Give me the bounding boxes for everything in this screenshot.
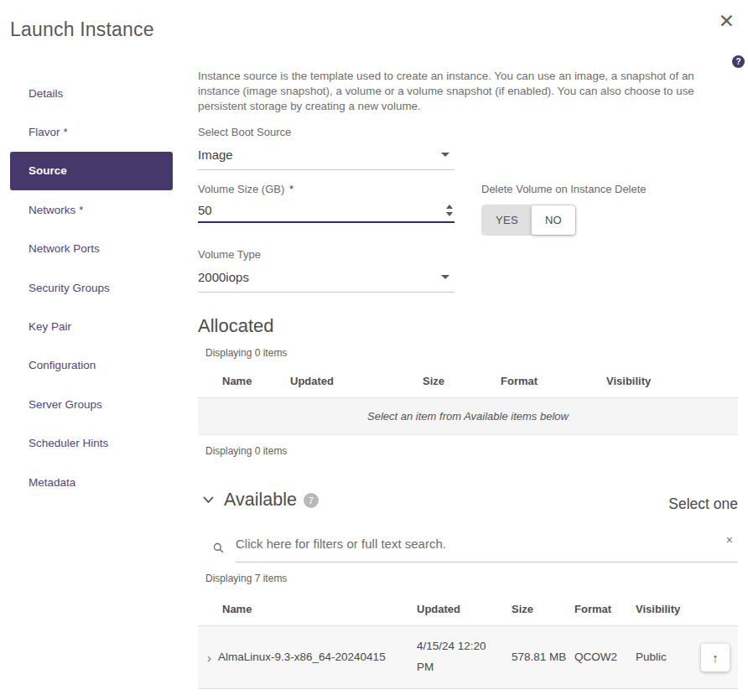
volume-size-field [198,195,455,223]
required-mark: * [79,204,83,216]
delete-volume-label: Delete Volume on Instance Delete [481,183,647,195]
search-icon [213,542,224,553]
column-header-name: Name [198,592,417,626]
filter-search-bar: × [198,533,738,563]
launch-instance-dialog: Launch Instance ✕ ? Details Flavor * Sou… [0,0,748,700]
chevron-down-icon [441,275,449,279]
stepper-up-icon[interactable] [446,205,453,209]
sidebar-item-label: Security Groups [29,282,110,294]
sidebar-item-label: Details [29,87,63,100]
step-description: Instance source is the template used to … [198,69,738,113]
sidebar-item-networks[interactable]: Networks * [10,190,173,229]
sidebar-item-details[interactable]: Details [10,74,173,112]
sidebar-item-label: Scheduler Hints [29,437,108,449]
allocated-count-top: Displaying 0 items [198,347,738,359]
table-row[interactable]: › AlmaLinux-9.3-x86_64-20240415 4/15/24 … [198,626,738,689]
column-header-size: Size [423,364,501,398]
close-icon[interactable]: ✕ [719,12,735,31]
available-heading: Available [224,490,297,511]
image-format: QCOW2 [574,626,636,689]
sidebar-item-label: Flavor [29,126,60,138]
sidebar-item-label: Source [29,164,67,177]
column-header-size: Size [512,592,574,626]
image-visibility: Public [636,626,701,689]
sidebar-item-label: Networks [29,204,75,216]
allocated-heading: Allocated [198,315,738,337]
collapse-chevron-icon[interactable] [203,496,214,504]
available-table: Name Updated Size Format Visibility › Al… [198,592,738,689]
sidebar-item-label: Configuration [29,359,96,371]
allocated-table: Name Updated Size Format Visibility Sele… [198,364,738,435]
stepper-down-icon[interactable] [446,212,453,216]
sidebar-item-scheduler-hints[interactable]: Scheduler Hints [10,424,173,463]
boot-source-select[interactable]: Image [198,138,455,170]
available-section-header: Available 7 Select one [198,487,738,513]
required-mark: * [289,183,293,195]
clear-search-icon[interactable]: × [721,533,738,554]
sidebar-item-flavor[interactable]: Flavor * [10,112,173,151]
image-name: AlmaLinux-9.3-x86_64-20240415 [218,647,386,668]
sidebar-item-configuration[interactable]: Configuration [10,346,173,385]
wizard-sidebar: Details Flavor * Source Networks * Netwo… [10,74,173,501]
number-stepper[interactable] [446,205,455,216]
volume-size-label: Volume Size (GB) * [198,183,455,195]
sidebar-item-server-groups[interactable]: Server Groups [10,385,173,423]
sidebar-item-label: Metadata [29,476,75,489]
column-header-visibility: Visibility [606,364,738,398]
volume-type-value: 2000iops [198,270,249,284]
source-step-panel: Instance source is the template used to … [198,65,738,689]
column-header-format: Format [501,364,606,398]
sidebar-item-label: Server Groups [29,398,102,411]
volume-size-input[interactable] [198,203,366,217]
required-mark: * [64,126,68,138]
sidebar-item-metadata[interactable]: Metadata [10,463,173,501]
delete-volume-no-button[interactable]: NO [532,205,575,235]
column-header-actions [701,592,738,626]
delete-volume-toggle: YES NO [481,205,576,236]
allocate-item-button[interactable]: ↑ [701,644,730,671]
allocated-empty-row: Select an item from Available items belo… [198,398,738,435]
boot-source-label: Select Boot Source [198,126,738,138]
sidebar-item-label: Key Pair [29,320,71,333]
available-count-text: Displaying 7 items [198,573,738,584]
sidebar-item-label: Network Ports [29,242,100,255]
sidebar-item-source[interactable]: Source [10,152,173,190]
chevron-down-icon [441,153,449,157]
delete-volume-yes-button[interactable]: YES [482,205,532,235]
sidebar-item-key-pair[interactable]: Key Pair [10,307,173,345]
volume-type-label: Volume Type [198,248,738,261]
column-header-visibility: Visibility [636,592,701,626]
column-header-name: Name [198,364,290,398]
boot-source-value: Image [198,148,233,162]
page-title: Launch Instance [10,18,154,41]
allocated-empty-message: Select an item from Available items belo… [198,398,738,435]
available-count-badge: 7 [304,493,319,508]
column-header-updated: Updated [417,592,512,626]
sidebar-item-network-ports[interactable]: Network Ports [10,230,173,268]
column-header-updated: Updated [290,364,423,398]
allocated-count-bottom: Displaying 0 items [198,445,738,457]
search-input[interactable] [236,537,721,551]
image-size: 578.81 MB [512,626,574,689]
expand-row-icon[interactable]: › [207,651,211,664]
volume-type-select[interactable]: 2000iops [198,261,455,293]
column-header-format: Format [574,592,636,626]
sidebar-item-security-groups[interactable]: Security Groups [10,268,173,307]
image-updated: 4/15/24 12:20 PM [417,626,512,689]
volume-size-label-text: Volume Size (GB) [198,183,284,195]
select-one-hint: Select one [668,495,738,513]
